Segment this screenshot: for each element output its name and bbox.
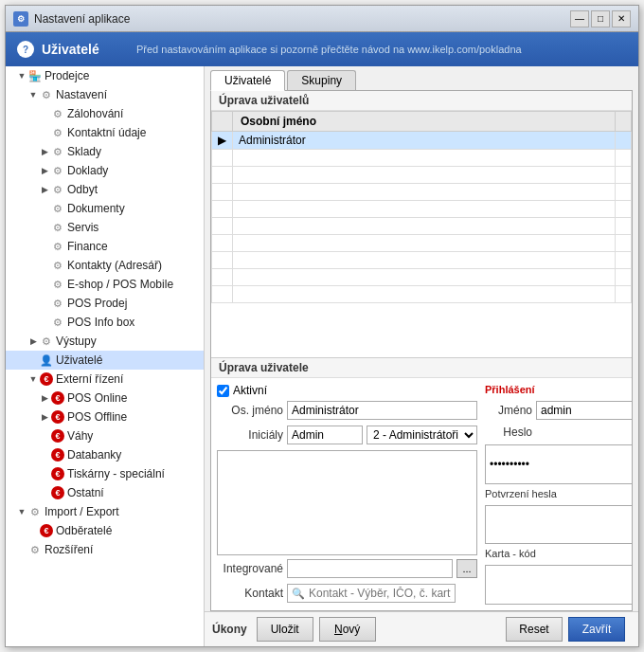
- karta-input[interactable]: [485, 565, 632, 605]
- tree-label-kontaktni: Kontaktní údaje: [67, 126, 146, 139]
- row-arrow: [212, 218, 233, 235]
- zavrit-button[interactable]: Zavřít: [568, 617, 625, 642]
- row-name: [233, 269, 616, 286]
- tree-label-eshop: E-shop / POS Mobile: [67, 278, 173, 291]
- tree-item-kontakty[interactable]: ⚙ Kontakty (Adresář): [6, 256, 204, 275]
- reset-button[interactable]: Reset: [506, 617, 563, 642]
- tree-item-odbyt[interactable]: ▶ ⚙ Odbyt: [6, 180, 204, 199]
- tree-item-uzivatele[interactable]: 👤 Uživatelé: [6, 351, 204, 370]
- tree-item-tiskarny[interactable]: € Tiskárny - speciální: [6, 464, 204, 483]
- row-name: [233, 201, 616, 218]
- note-textarea[interactable]: [217, 450, 477, 555]
- tree-label-nastaveni: Nastavení: [56, 88, 107, 101]
- kontakt-wrapper: 🔍: [287, 584, 477, 603]
- tree-item-pos-infobox[interactable]: ⚙ POS Info box: [6, 313, 204, 332]
- table-row[interactable]: [212, 201, 632, 218]
- shop-icon: 🏪: [28, 69, 42, 82]
- gear-icon-pos-infobox: ⚙: [51, 316, 64, 329]
- table-row[interactable]: [212, 218, 632, 235]
- tree-label-prodejce: Prodejce: [45, 69, 89, 82]
- app-icon: ⚙: [13, 11, 28, 27]
- tab-uzivatele[interactable]: Uživatelé: [210, 70, 285, 91]
- gear-icon-kontaktni: ⚙: [51, 126, 64, 139]
- expander-empty11: [38, 448, 51, 462]
- row-name: [233, 150, 616, 167]
- tab-skupiny[interactable]: Skupiny: [287, 70, 356, 90]
- ulozit-button[interactable]: Uložit: [257, 617, 313, 642]
- expander-empty4: [38, 221, 51, 234]
- tree-item-pos-prodej[interactable]: ⚙ POS Prodej: [6, 294, 204, 313]
- window-title: Nastavení aplikace: [34, 12, 570, 26]
- tree-item-nastaveni[interactable]: ▼ ⚙ Nastavení: [6, 85, 204, 104]
- tree-item-rozsireni[interactable]: ⚙ Rozšíření: [6, 540, 204, 559]
- tree-label-odberatele: Odběratelé: [56, 524, 112, 537]
- gear-icon-kontakty: ⚙: [51, 259, 64, 272]
- gear-icon-rozsireni: ⚙: [28, 543, 42, 556]
- close-button[interactable]: ✕: [612, 10, 631, 27]
- tree-item-sklady[interactable]: ▶ ⚙ Sklady: [6, 142, 204, 161]
- tree-item-externi[interactable]: ▼ € Externí řízení: [6, 370, 204, 389]
- tree-item-vahy[interactable]: € Váhy: [6, 426, 204, 445]
- tree-label-pos-infobox: POS Info box: [67, 316, 134, 329]
- table-row[interactable]: [212, 150, 632, 167]
- gear-icon-eshop: ⚙: [51, 278, 64, 291]
- role-select[interactable]: 2 - Administrátoři: [367, 426, 477, 444]
- row-arrow: [212, 286, 233, 303]
- jmeno-input[interactable]: [536, 401, 632, 420]
- row-name: [233, 167, 616, 184]
- tree-item-databanky[interactable]: € Databanky: [6, 445, 204, 464]
- tree-item-zalohovani[interactable]: ⚙ Zálohování: [6, 104, 204, 123]
- heslo-input[interactable]: [485, 444, 632, 484]
- table-row[interactable]: [212, 184, 632, 201]
- gear-icon-servis: ⚙: [51, 221, 64, 234]
- aktivni-checkbox[interactable]: [217, 385, 229, 397]
- expander-externi: ▼: [27, 372, 40, 386]
- euro-icon-tiskarny: €: [51, 467, 64, 480]
- tree-item-odberatele[interactable]: € Odběratelé: [6, 521, 204, 540]
- tree-item-prodejce[interactable]: ▼ 🏪 Prodejce: [6, 66, 204, 85]
- tree-item-dokumenty[interactable]: ⚙ Dokumenty: [6, 199, 204, 218]
- help-icon: ?: [17, 41, 34, 58]
- tree-item-import[interactable]: ▼ ⚙ Import / Export: [6, 502, 204, 521]
- minimize-button[interactable]: —: [570, 10, 589, 27]
- tree-item-pos-online[interactable]: ▶ € POS Online: [6, 389, 204, 408]
- tree-label-rozsireni: Rozšíření: [45, 543, 93, 556]
- expander-import: ▼: [15, 505, 28, 518]
- row-name: [233, 218, 616, 235]
- table-row[interactable]: [212, 167, 632, 184]
- row-arrow: ▶: [212, 132, 233, 150]
- tree-item-finance[interactable]: ⚙ Finance: [6, 237, 204, 256]
- tree-item-vystupy[interactable]: ▶ ⚙ Výstupy: [6, 332, 204, 351]
- novy-n-underline: Nový: [334, 623, 360, 636]
- heslo-label: Heslo: [485, 426, 532, 439]
- tree-item-servis[interactable]: ⚙ Servis: [6, 218, 204, 237]
- table-row[interactable]: [212, 269, 632, 286]
- tree-label-uzivatele: Uživatelé: [56, 353, 102, 367]
- inicaly-input[interactable]: [287, 426, 363, 444]
- tree-label-zalohovani: Zálohování: [67, 107, 123, 120]
- kontakt-input[interactable]: [287, 584, 456, 603]
- tree-item-ostatni[interactable]: € Ostatní: [6, 483, 204, 502]
- os-jmeno-input[interactable]: [287, 401, 477, 420]
- table-row[interactable]: ▶Administrátor: [212, 132, 632, 150]
- table-row[interactable]: [212, 252, 632, 269]
- footer-actions: Úkony Uložit Nový Reset Zavřít: [205, 611, 638, 646]
- user-list-scroll[interactable]: Osobní jméno ▶Administrátor: [211, 111, 632, 357]
- integrated-input[interactable]: [287, 559, 453, 578]
- gear-icon-nastaveni: ⚙: [40, 88, 53, 101]
- novy-button[interactable]: Nový: [319, 617, 376, 642]
- table-row[interactable]: [212, 286, 632, 303]
- row-arrow: [212, 150, 233, 167]
- tree-item-eshop[interactable]: ⚙ E-shop / POS Mobile: [6, 275, 204, 294]
- tree-item-doklady[interactable]: ▶ ⚙ Doklady: [6, 161, 204, 180]
- potvrz-input[interactable]: [485, 505, 632, 545]
- integrated-browse-button[interactable]: ...: [456, 559, 477, 578]
- maximize-button[interactable]: □: [591, 10, 610, 27]
- os-jmeno-row: Os. jméno: [217, 401, 477, 420]
- tree-item-pos-offline[interactable]: ▶ € POS Offline: [6, 408, 204, 426]
- expander-empty15: [15, 543, 28, 556]
- tree-label-dokumenty: Dokumenty: [67, 202, 125, 215]
- tree-item-kontaktni[interactable]: ⚙ Kontaktní údaje: [6, 123, 204, 142]
- gear-icon-finance: ⚙: [51, 240, 64, 253]
- table-row[interactable]: [212, 235, 632, 252]
